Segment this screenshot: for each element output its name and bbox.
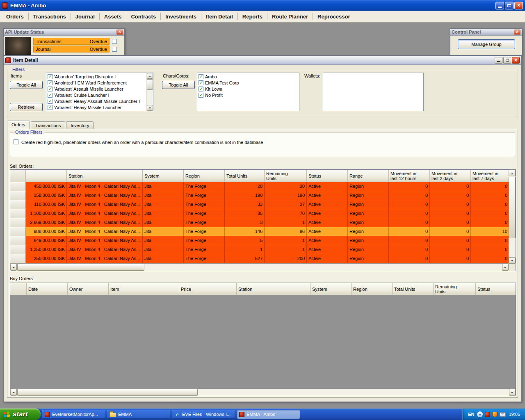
sell-row-header[interactable] [10,218,26,227]
task-button-evemarketmonitorap[interactable]: EveMarketMonitorAp... [42,410,105,419]
buy-column-header[interactable]: Price [179,283,237,295]
sell-column-header[interactable]: Remaining Units [265,170,307,182]
sell-column-header[interactable]: System [143,170,184,182]
char-filter-row[interactable]: Kit Lowa [198,86,299,92]
items-toggle-all-button[interactable]: Toggle All [10,81,43,89]
api-row-checkbox[interactable] [112,39,117,44]
item-filter-row[interactable]: 'Anointed' I EM Ward Reinforcement [47,80,146,86]
tab-transactions[interactable]: Transactions [31,121,66,129]
menu-item-item-detail[interactable]: Item Detail [201,11,237,22]
task-button-emma-ambo[interactable]: EMMA - Ambo [237,410,300,419]
scroll-down-icon[interactable]: ▼ [509,257,516,264]
item-filter-row[interactable]: 'Arbalest' Cruise Launcher I [47,92,146,98]
checked-checkbox-icon[interactable] [48,80,52,85]
placeholder-orders-checkbox[interactable] [14,139,18,144]
menu-item-route-planner[interactable]: Route Planner [267,11,313,22]
checked-checkbox-icon[interactable] [199,93,203,98]
sell-hscrollbar-thumb[interactable] [17,264,144,271]
scroll-right-icon[interactable]: ► [509,389,516,396]
sell-vscrollbar-thumb[interactable] [509,177,516,238]
retrieve-button[interactable]: Retrieve [10,103,43,111]
hide-icons-chevron[interactable]: « [477,411,483,417]
items-scrollbar-thumb[interactable] [147,79,153,90]
checked-checkbox-icon[interactable] [48,87,52,91]
sell-order-row[interactable]: 649,000.00 ISKJita IV - Moon 4 - Caldari… [10,236,509,245]
item-filter-row[interactable]: 'Arbalest' Heavy Missile Launcher [47,104,146,110]
api-row-checkbox[interactable] [112,47,117,52]
item-detail-close-icon[interactable]: × [512,57,520,64]
sell-order-row[interactable]: 110,000.00 ISKJita IV - Moon 4 - Caldari… [10,200,509,209]
wallets-listbox[interactable] [323,73,424,111]
menu-item-contracts[interactable]: Contracts [126,11,160,22]
task-button-eve-files-windows-i[interactable]: eEVE Files - Windows I... [172,410,235,419]
checked-checkbox-icon[interactable] [199,87,203,91]
sell-column-header[interactable]: Movement in last 12 hours [389,170,430,182]
sell-order-row[interactable]: 2,669,000.00 ISKJita IV - Moon 4 - Calda… [10,218,509,227]
sell-row-header[interactable] [10,227,26,236]
scroll-left-icon[interactable]: ◄ [10,264,17,271]
sell-order-row[interactable]: 450,000.00 ISKJita IV - Moon 4 - Caldari… [10,182,509,191]
sell-row-header[interactable] [10,245,26,254]
char-filter-row[interactable]: Ambo [198,73,299,80]
sell-column-header[interactable]: Range [348,170,389,182]
buy-hscrollbar-thumb[interactable] [17,389,198,396]
tab-inventory[interactable]: Inventory [66,121,94,129]
menu-item-reprocessor[interactable]: Reprocessor [313,11,354,22]
menu-item-orders[interactable]: Orders [2,11,28,22]
api-close-icon[interactable]: × [116,30,123,35]
scroll-up-icon[interactable]: ▲ [147,73,153,79]
manage-group-button[interactable]: Manage Group [458,39,515,49]
buy-column-header[interactable] [10,283,27,295]
items-checklist-scrollbar[interactable]: ▲ ▼ [146,73,153,111]
sell-column-header[interactable] [26,170,67,182]
item-filter-row[interactable]: 'Arbalest' Heavy Assault Missile Launche… [47,98,146,104]
sell-order-row[interactable]: 250,000.00 ISKJita IV - Moon 4 - Caldari… [10,254,509,263]
sell-column-header[interactable]: Region [184,170,225,182]
buy-column-header[interactable]: Owner [68,283,109,295]
control-panel-close-icon[interactable]: × [514,30,520,35]
chars-checklist[interactable]: AmboEMMA Test CorpKit LowaNo Profit [197,73,299,111]
menu-item-investments[interactable]: Investments [161,11,201,22]
scroll-left-icon[interactable]: ◄ [10,389,17,396]
minimize-icon[interactable] [495,2,504,9]
item-filter-row[interactable]: 'Abandon' Targeting Disruptor I [47,73,146,80]
maximize-icon[interactable] [505,2,514,9]
checked-checkbox-icon[interactable] [199,74,203,79]
sell-column-header[interactable]: Status [307,170,348,182]
start-button[interactable]: start [0,409,41,420]
tab-orders[interactable]: Orders [7,121,30,129]
task-button-emma[interactable]: EMMA [107,410,170,419]
sell-row-header[interactable] [10,209,26,218]
item-filter-row[interactable]: 'Arbalest' Assault Missile Launcher [47,86,146,92]
mail-icon[interactable] [500,412,506,417]
sell-column-header[interactable]: Total Units [225,170,265,182]
checked-checkbox-icon[interactable] [48,105,52,110]
menu-item-reports[interactable]: Reports [238,11,267,22]
buy-column-header[interactable]: Station [237,283,310,295]
sell-order-row[interactable]: 1,100,000.00 ISKJita IV - Moon 4 - Calda… [10,209,509,218]
buy-orders-hscrollbar[interactable]: ◄ ► [10,389,516,396]
checked-checkbox-icon[interactable] [48,93,52,98]
sell-row-header[interactable] [10,182,26,191]
scroll-right-icon[interactable]: ► [502,264,509,271]
checked-checkbox-icon[interactable] [48,99,52,104]
security-shield-icon[interactable] [492,412,498,417]
menu-item-journal[interactable]: Journal [71,11,99,22]
items-checklist[interactable]: 'Abandon' Targeting Disruptor I'Anointed… [46,73,153,111]
checked-checkbox-icon[interactable] [48,74,52,79]
sell-row-header[interactable] [10,191,26,200]
buy-column-header[interactable]: Total Units [393,283,434,295]
buy-column-header[interactable]: Remaining Units [434,283,476,295]
emma-tray-icon[interactable] [485,412,490,417]
sell-column-header[interactable]: Movement in last 7 days [471,170,509,182]
buy-column-header[interactable]: Status [476,283,516,295]
sell-order-row[interactable]: 158,000.00 ISKJita IV - Moon 4 - Caldari… [10,191,509,200]
sell-column-header[interactable]: Station [67,170,143,182]
sell-order-row[interactable]: 988,000.00 ISKJita IV - Moon 4 - Caldari… [10,227,509,236]
menu-item-assets[interactable]: Assets [100,11,126,22]
scroll-up-icon[interactable]: ▲ [509,170,516,176]
close-icon[interactable]: × [514,2,523,9]
buy-column-header[interactable]: Date [27,283,68,295]
buy-column-header[interactable]: Region [352,283,393,295]
buy-column-header[interactable]: Item [109,283,179,295]
